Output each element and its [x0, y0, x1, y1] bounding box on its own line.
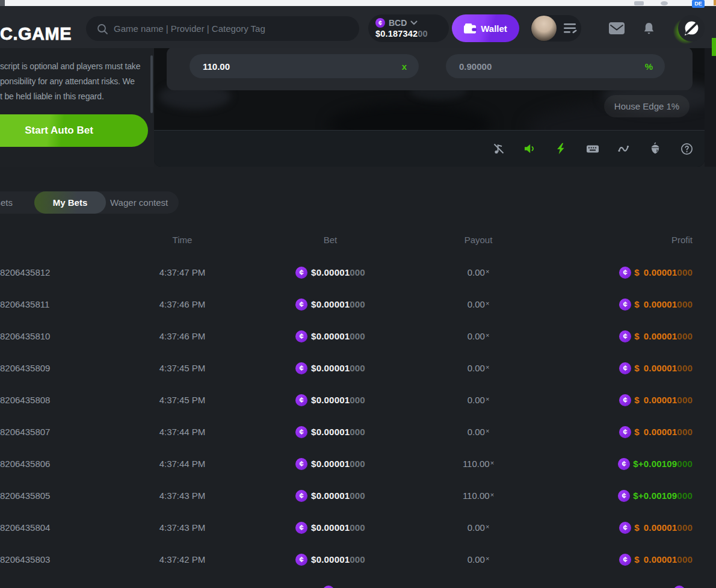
panel-scrollbar[interactable] — [150, 55, 153, 113]
bet-payout — [436, 575, 520, 588]
search-bar[interactable]: Game name | Provider | Category Tag — [86, 16, 359, 41]
bcd-coin-icon: ¢ — [618, 458, 630, 470]
bet-time: 4:37:47 PM — [140, 256, 224, 288]
payout-multiplier-sign: × — [490, 491, 494, 498]
bet-amount: ¢ — [270, 575, 390, 588]
bet-id: 8206435809 — [0, 352, 50, 384]
bet-id: 8206435810 — [0, 320, 50, 352]
site-logo[interactable]: C.GAME — [0, 24, 72, 44]
scroll-indicator[interactable] — [712, 38, 716, 56]
table-row[interactable]: 8206435805 4:37:43 PM ¢ $0.00001000 110.… — [0, 480, 716, 512]
browser-profile-icon[interactable] — [661, 1, 668, 5]
table-row[interactable]: 8206435807 4:37:44 PM ¢ $0.00001000 0.00… — [0, 416, 716, 448]
bet-time: 4:37:42 PM — [140, 543, 224, 575]
top-nav: C.GAME Game name | Provider | Category T… — [0, 6, 716, 48]
bcd-coin-icon: ¢ — [619, 362, 631, 374]
bcd-coin-icon: ¢ — [618, 490, 630, 502]
percent-icon: % — [645, 61, 653, 72]
wallet-button-label: Wallet — [481, 23, 507, 34]
bet-time: 4:37:46 PM — [140, 320, 224, 352]
bet-payout: 0.00× — [436, 416, 520, 448]
bcd-coin-icon: ¢ — [619, 330, 631, 342]
table-row[interactable]: 8206435803 4:37:42 PM ¢ $0.00001000 0.00… — [0, 543, 716, 575]
table-row[interactable]: 8206435812 4:37:47 PM ¢ $0.00001000 0.00… — [0, 256, 716, 288]
sound-on-icon[interactable] — [523, 141, 537, 156]
user-menu[interactable] — [531, 15, 581, 42]
language-badge[interactable]: DE — [692, 0, 705, 8]
bet-amount: ¢ $0.00001000 — [270, 448, 390, 480]
payout-multiplier-sign: × — [486, 300, 489, 307]
bcd-coin-icon: ¢ — [295, 458, 307, 470]
payout-multiplier-sign: × — [490, 459, 494, 466]
bcd-coin-icon: ¢ — [295, 267, 307, 279]
bet-id: 8206435808 — [0, 384, 50, 416]
fairness-seed-icon[interactable] — [648, 141, 662, 156]
start-auto-bet-button[interactable]: Start Auto Bet — [0, 114, 148, 147]
bet-id: 8206435805 — [0, 480, 50, 512]
header-profit: Profit — [572, 235, 693, 245]
payout-value: 110.00 — [203, 61, 402, 72]
table-row[interactable]: 8206435808 4:37:45 PM ¢ $0.00001000 0.00… — [0, 384, 716, 416]
avatar[interactable] — [531, 16, 557, 41]
table-row[interactable]: 8206435804 4:37:43 PM ¢ $0.00001000 0.00… — [0, 512, 716, 543]
header-payout: Payout — [436, 235, 520, 245]
my-bets-table: Time Bet Payout Profit 8206435812 4:37:4… — [0, 221, 716, 588]
bet-time: 4:37:45 PM — [140, 384, 224, 416]
browser-chrome: DE — [0, 0, 716, 6]
notifications-bell-icon[interactable] — [642, 21, 656, 38]
profit-cell: ¢ $0.00001000 — [572, 352, 693, 384]
search-placeholder: Game name | Provider | Category Tag — [114, 23, 265, 34]
music-off-icon[interactable] — [492, 141, 506, 156]
table-row[interactable]: ¢ ¢ — [0, 575, 716, 588]
tab-wager-contest[interactable]: Wager contest — [110, 191, 168, 214]
table-row[interactable]: 8206435811 4:37:46 PM ¢ $0.00001000 0.00… — [0, 288, 716, 320]
table-row[interactable]: 8206435806 4:37:44 PM ¢ $0.00001000 110.… — [0, 448, 716, 480]
live-stats-icon[interactable] — [617, 141, 631, 156]
help-icon[interactable] — [679, 141, 694, 156]
bcd-coin-icon: ¢ — [619, 522, 631, 534]
wallet-button[interactable]: Wallet — [452, 14, 519, 42]
bet-amount: ¢ $0.00001000 — [270, 320, 390, 352]
tab-my-bets[interactable]: My Bets — [34, 191, 106, 214]
chat-flag-icon — [684, 20, 700, 37]
bet-amount: ¢ $0.00001000 — [270, 416, 390, 448]
header-time: Time — [140, 235, 224, 245]
disclaimer-text: script is optional and players must take… — [0, 59, 140, 104]
hotkeys-keyboard-icon[interactable] — [585, 141, 600, 156]
payout-multiplier-sign: × — [486, 555, 489, 562]
profit-cell: ¢ $0.00001000 — [572, 320, 693, 352]
payout-multiplier-input[interactable]: 110.00 x — [190, 54, 419, 78]
win-chance-value: 0.90000 — [459, 61, 645, 72]
browser-extension-icon[interactable] — [634, 1, 644, 5]
bcd-coin-icon: ¢ — [619, 299, 631, 311]
house-edge-badge: House Edge 1% — [604, 95, 690, 117]
profit-cell: ¢ $0.00001000 — [572, 384, 693, 416]
profit-cell: ¢ $+0.00109000 — [572, 480, 693, 512]
win-chance-input[interactable]: 0.90000 % — [446, 54, 665, 78]
bet-id: 8206435807 — [0, 416, 50, 448]
bcd-coin-icon: ¢ — [295, 299, 307, 311]
turbo-lightning-icon[interactable] — [554, 141, 569, 156]
currency-selector[interactable]: ¢ BCD $0.18734200 — [368, 14, 449, 42]
bcd-coin-icon: ¢ — [295, 522, 307, 534]
table-row[interactable]: 8206435809 4:37:45 PM ¢ $0.00001000 0.00… — [0, 352, 716, 384]
bet-payout: 0.00× — [436, 320, 520, 352]
bets-tabs: Bets My Bets Wager contest — [0, 191, 716, 214]
browser-extension-icon-partial — [714, 0, 716, 5]
chat-toggle-button[interactable] — [674, 14, 705, 44]
autobet-panel: script is optional and players must take… — [0, 48, 154, 167]
bcd-coin-icon: ¢ — [295, 394, 307, 406]
tab-group: Bets My Bets Wager contest — [0, 191, 179, 214]
bet-payout: 0.00× — [436, 543, 520, 575]
tab-all-bets[interactable]: Bets — [0, 191, 13, 214]
table-row[interactable]: 8206435810 4:37:46 PM ¢ $0.00001000 0.00… — [0, 320, 716, 352]
table-body: 8206435812 4:37:47 PM ¢ $0.00001000 0.00… — [0, 256, 716, 588]
bet-amount: ¢ $0.00001000 — [270, 352, 390, 384]
mail-icon[interactable] — [609, 22, 625, 37]
bcd-coin-icon: ¢ — [295, 362, 307, 374]
bcd-coin-icon: ¢ — [295, 490, 307, 502]
bcd-coin-icon: ¢ — [295, 554, 307, 566]
bcd-coin-icon: ¢ — [295, 330, 307, 342]
menu-icon[interactable] — [564, 23, 577, 34]
bet-id: 8206435811 — [0, 288, 49, 320]
